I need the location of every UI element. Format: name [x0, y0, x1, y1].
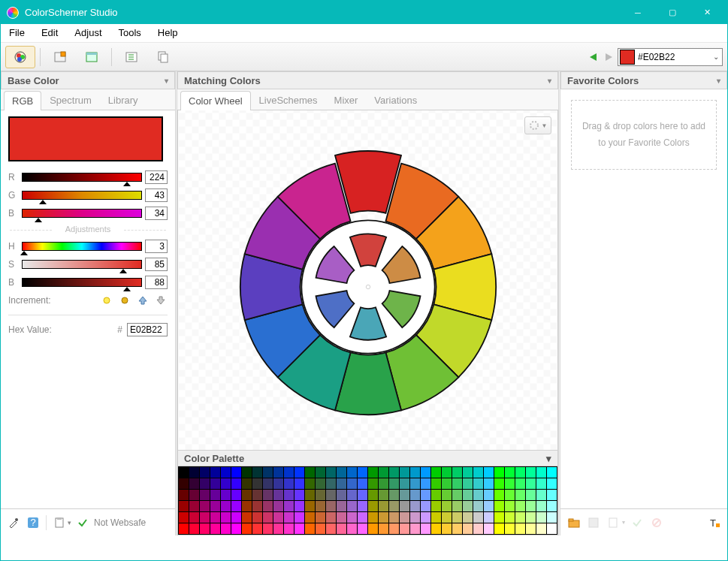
increment-darken-button[interactable] — [118, 294, 131, 307]
favorites-drop-zone[interactable]: Drag & drop colors here to add to your F… — [571, 100, 717, 170]
palette-cell[interactable] — [452, 501, 462, 511]
palette-cell[interactable] — [347, 523, 357, 534]
palette-cell[interactable] — [295, 523, 304, 534]
paste-button[interactable] — [53, 516, 66, 529]
palette-cell[interactable] — [337, 501, 346, 511]
palette-cell[interactable] — [536, 478, 546, 489]
palette-cell[interactable] — [368, 501, 378, 511]
chevron-down-icon[interactable]: ⌄ — [710, 53, 722, 61]
palette-cell[interactable] — [200, 512, 210, 523]
menu-help[interactable]: Help — [150, 24, 186, 42]
palette-cell[interactable] — [389, 490, 399, 500]
palette-cell[interactable] — [210, 512, 220, 523]
palette-cell[interactable] — [431, 467, 441, 478]
palette-cell[interactable] — [410, 512, 420, 523]
palette-cell[interactable] — [347, 512, 357, 523]
palette-cell[interactable] — [263, 512, 273, 523]
palette-cell[interactable] — [484, 490, 494, 500]
palette-cell[interactable] — [316, 512, 325, 523]
palette-cell[interactable] — [347, 478, 357, 489]
palette-cell[interactable] — [442, 523, 452, 534]
palette-cell[interactable] — [231, 523, 241, 534]
palette-cell[interactable] — [242, 490, 252, 500]
palette-cell[interactable] — [210, 523, 220, 534]
palette-cell[interactable] — [252, 478, 262, 489]
palette-cell[interactable] — [210, 478, 220, 489]
palette-cell[interactable] — [347, 467, 357, 478]
palette-cell[interactable] — [536, 501, 546, 511]
palette-cell[interactable] — [547, 501, 557, 511]
tool-copy-button[interactable] — [148, 46, 178, 68]
fav-save-button[interactable] — [586, 515, 601, 530]
maximize-button[interactable]: ▢ — [655, 1, 690, 24]
palette-cell[interactable] — [305, 478, 315, 489]
fav-text-button[interactable]: T — [706, 515, 721, 530]
palette-cell[interactable] — [242, 501, 252, 511]
palette-cell[interactable] — [536, 523, 546, 534]
palette-cell[interactable] — [421, 512, 430, 523]
palette-cell[interactable] — [494, 490, 504, 500]
palette-cell[interactable] — [316, 523, 325, 534]
palette-cell[interactable] — [473, 512, 483, 523]
palette-cell[interactable] — [200, 523, 210, 534]
palette-cell[interactable] — [305, 467, 315, 478]
palette-cell[interactable] — [400, 501, 409, 511]
value-h[interactable]: 3 — [145, 240, 168, 253]
palette-cell[interactable] — [295, 467, 304, 478]
palette-cell[interactable] — [400, 467, 409, 478]
palette-cell[interactable] — [316, 490, 325, 500]
palette-cell[interactable] — [494, 467, 504, 478]
palette-cell[interactable] — [536, 512, 546, 523]
palette-cell[interactable] — [452, 467, 462, 478]
palette-cell[interactable] — [252, 512, 262, 523]
palette-cell[interactable] — [326, 467, 336, 478]
palette-cell[interactable] — [200, 490, 210, 500]
slider-r-track[interactable] — [22, 173, 142, 182]
palette-cell[interactable] — [295, 501, 304, 511]
fav-delete-button[interactable] — [649, 515, 664, 530]
palette-cell[interactable] — [484, 523, 494, 534]
palette-cell[interactable] — [410, 501, 420, 511]
palette-cell[interactable] — [452, 490, 462, 500]
panel-header-favorites[interactable]: Favorite Colors ▾ — [560, 71, 727, 89]
palette-cell[interactable] — [526, 478, 536, 489]
palette-cell[interactable] — [400, 523, 409, 534]
palette-cell[interactable] — [273, 490, 283, 500]
palette-cell[interactable] — [400, 512, 409, 523]
palette-cell[interactable] — [379, 512, 388, 523]
palette-cell[interactable] — [221, 478, 231, 489]
palette-cell[interactable] — [326, 501, 336, 511]
palette-cell[interactable] — [358, 490, 367, 500]
history-back-icon[interactable] — [588, 52, 601, 62]
palette-cell[interactable] — [210, 467, 220, 478]
palette-cell[interactable] — [368, 523, 378, 534]
palette-cell[interactable] — [242, 478, 252, 489]
palette-cell[interactable] — [231, 478, 241, 489]
palette-cell[interactable] — [421, 478, 430, 489]
palette-cell[interactable] — [368, 490, 378, 500]
palette-cell[interactable] — [536, 467, 546, 478]
palette-cell[interactable] — [505, 478, 515, 489]
palette-cell[interactable] — [379, 490, 388, 500]
palette-cell[interactable] — [515, 523, 525, 534]
menu-tools[interactable]: Tools — [110, 24, 150, 42]
palette-cell[interactable] — [379, 501, 388, 511]
tool-list-button[interactable] — [116, 46, 147, 68]
slider-g-track[interactable] — [22, 191, 142, 200]
increment-down-button[interactable] — [154, 294, 168, 307]
palette-cell[interactable] — [505, 523, 515, 534]
palette-cell[interactable] — [505, 501, 515, 511]
menu-edit[interactable]: Edit — [33, 24, 66, 42]
palette-cell[interactable] — [389, 501, 399, 511]
slider-s-track[interactable] — [22, 260, 142, 269]
palette-cell[interactable] — [305, 501, 315, 511]
palette-cell[interactable] — [515, 478, 525, 489]
palette-cell[interactable] — [189, 501, 199, 511]
palette-cell[interactable] — [547, 523, 557, 534]
palette-cell[interactable] — [526, 523, 536, 534]
palette-cell[interactable] — [189, 523, 199, 534]
palette-cell[interactable] — [284, 467, 294, 478]
palette-cell[interactable] — [337, 512, 346, 523]
palette-cell[interactable] — [179, 478, 189, 489]
palette-cell[interactable] — [421, 523, 430, 534]
